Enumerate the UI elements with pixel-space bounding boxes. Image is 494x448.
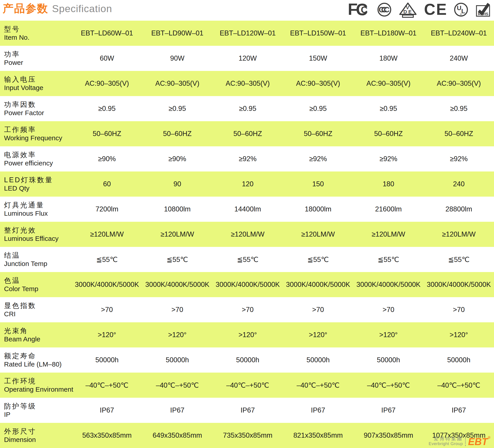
spec-row-junction_temp: 结温Junction Temp≦55℃≦55℃≦55℃≦55℃≦55℃≦55℃ bbox=[0, 247, 494, 272]
row-label-en: Working Frequency bbox=[4, 134, 72, 142]
row-label-en: Beam Angle bbox=[4, 335, 72, 343]
spec-row-color_temp: 色温Color Temp3000K/4000K/5000K3000K/4000K… bbox=[0, 272, 494, 297]
svg-text:C: C bbox=[361, 4, 368, 15]
spec-value-input_voltage-col5: AC:90–305(V) bbox=[353, 71, 424, 96]
row-label-operating_environment: 工作环境Operating Environment bbox=[0, 372, 72, 398]
spec-value-power-col2: 90W bbox=[142, 46, 213, 71]
spec-value-rated_life-col1: 50000h bbox=[72, 347, 142, 372]
spec-value-operating_environment-col3: –40℃–+50℃ bbox=[213, 372, 283, 398]
spec-value-operating_environment-col2: –40℃–+50℃ bbox=[142, 372, 213, 398]
row-label-junction_temp: 结温Junction Temp bbox=[0, 247, 72, 272]
spec-value-ip-col4: IP67 bbox=[283, 398, 353, 423]
spec-row-ip: 防护等级IPIP67IP67IP67IP67IP67IP67 bbox=[0, 398, 494, 423]
spec-value-color_temp-col3: 3000K/4000K/5000K bbox=[213, 272, 283, 297]
row-label-en: Power Factor bbox=[4, 109, 72, 117]
spec-value-cri-col6: >70 bbox=[424, 297, 494, 322]
spec-value-beam_angle-col2: >120° bbox=[142, 322, 213, 347]
svg-text:E: E bbox=[408, 9, 412, 14]
spec-row-luminous_flux: 灯具光通量Luminous Flux7200lm10800lm14400lm18… bbox=[0, 197, 494, 222]
spec-value-luminous_efficacy-col4: ≥120LM/W bbox=[283, 222, 353, 247]
spec-value-junction_temp-col1: ≦55℃ bbox=[72, 247, 142, 272]
row-label-working_frequency: 工作频率Working Frequency bbox=[0, 121, 72, 146]
spec-value-power_efficiency-col2: ≥90% bbox=[142, 146, 213, 171]
spec-value-beam_angle-col5: >120° bbox=[353, 322, 424, 347]
spec-value-operating_environment-col1: –40℃–+50℃ bbox=[72, 372, 142, 398]
row-label-en: Power efficiency bbox=[4, 159, 72, 167]
ul-icon: U L ® bbox=[454, 2, 469, 17]
row-label-en: Luminous Flux bbox=[4, 209, 72, 218]
spec-value-input_voltage-col2: AC:90–305(V) bbox=[142, 71, 213, 96]
spec-value-input_voltage-col4: AC:90–305(V) bbox=[283, 71, 353, 96]
spec-table: 型号Item No.EBT–LD60W–01EBT–LD90W–01EBT–LD… bbox=[0, 21, 494, 448]
spec-value-junction_temp-col6: ≦55℃ bbox=[424, 247, 494, 272]
brand-group-name: 爱博特集團 Everbright Group bbox=[429, 436, 463, 447]
spec-value-led_qty-col4: 150 bbox=[283, 171, 353, 197]
spec-value-working_frequency-col3: 50–60HZ bbox=[213, 121, 283, 146]
spec-value-working_frequency-col1: 50–60HZ bbox=[72, 121, 142, 146]
row-label-beam_angle: 光束角Beam Angle bbox=[0, 322, 72, 347]
row-label-cn: 工作环境 bbox=[4, 377, 72, 385]
spec-value-power_factor-col1: ≥0.95 bbox=[72, 96, 142, 121]
spec-value-power_efficiency-col5: ≥92% bbox=[353, 146, 424, 171]
spec-value-dimension-col3: 735x350x85mm bbox=[213, 423, 283, 448]
spec-value-power_factor-col2: ≥0.95 bbox=[142, 96, 213, 121]
svg-text:D: D bbox=[403, 9, 407, 14]
spec-row-item_no: 型号Item No.EBT–LD60W–01EBT–LD90W–01EBT–LD… bbox=[0, 21, 494, 46]
spec-value-cri-col4: >70 bbox=[283, 297, 353, 322]
spec-value-ip-col3: IP67 bbox=[213, 398, 283, 423]
spec-value-led_qty-col5: 180 bbox=[353, 171, 424, 197]
spec-value-beam_angle-col3: >120° bbox=[213, 322, 283, 347]
spec-value-junction_temp-col2: ≦55℃ bbox=[142, 247, 213, 272]
spec-value-power_efficiency-col6: ≥92% bbox=[424, 146, 494, 171]
spec-value-power_factor-col5: ≥0.95 bbox=[353, 96, 424, 121]
row-label-cri: 显色指数CRI bbox=[0, 297, 72, 322]
row-label-en: LED Qty bbox=[4, 184, 72, 192]
spec-value-working_frequency-col6: 50–60HZ bbox=[424, 121, 494, 146]
spec-row-led_qty: LED灯珠数量LED Qty6090120150180240 bbox=[0, 171, 494, 197]
spec-row-cri: 显色指数CRI>70>70>70>70>70>70 bbox=[0, 297, 494, 322]
spec-value-operating_environment-col6: –40℃–+50℃ bbox=[424, 372, 494, 398]
row-label-en: IP bbox=[4, 410, 72, 419]
spec-value-rated_life-col3: 50000h bbox=[213, 347, 283, 372]
spec-value-power_factor-col6: ≥0.95 bbox=[424, 96, 494, 121]
spec-value-dimension-col2: 649x350x85mm bbox=[142, 423, 213, 448]
spec-value-power-col6: 240W bbox=[424, 46, 494, 71]
spec-value-beam_angle-col6: >120° bbox=[424, 322, 494, 347]
spec-value-power-col3: 120W bbox=[213, 46, 283, 71]
spec-value-led_qty-col1: 60 bbox=[72, 171, 142, 197]
page-header: 产品参数 Specification F C C C C C bbox=[0, 0, 494, 21]
spec-value-working_frequency-col5: 50–60HZ bbox=[353, 121, 424, 146]
row-label-cn: 额定寿命 bbox=[4, 352, 72, 360]
ccc-icon: C C C bbox=[377, 2, 392, 17]
spec-value-dimension-col4: 821x350x85mm bbox=[283, 423, 353, 448]
spec-value-luminous_efficacy-col3: ≥120LM/W bbox=[213, 222, 283, 247]
brand-divider bbox=[465, 436, 466, 446]
row-label-input_voltage: 输入电压Input Voltage bbox=[0, 71, 72, 96]
spec-value-ip-col6: IP67 bbox=[424, 398, 494, 423]
spec-value-operating_environment-col4: –40℃–+50℃ bbox=[283, 372, 353, 398]
spec-value-junction_temp-col4: ≦55℃ bbox=[283, 247, 353, 272]
spec-value-rated_life-col6: 50000h bbox=[424, 347, 494, 372]
svg-text:U: U bbox=[457, 4, 461, 12]
spec-value-cri-col2: >70 bbox=[142, 297, 213, 322]
spec-value-junction_temp-col5: ≦55℃ bbox=[353, 247, 424, 272]
spec-value-ip-col5: IP67 bbox=[353, 398, 424, 423]
row-label-power_efficiency: 电源效率Power efficiency bbox=[0, 146, 72, 171]
spec-value-dimension-col5: 907x350x85mm bbox=[353, 423, 424, 448]
spec-value-ip-col1: IP67 bbox=[72, 398, 142, 423]
spec-value-color_temp-col2: 3000K/4000K/5000K bbox=[142, 272, 213, 297]
spec-value-luminous_efficacy-col6: ≥120LM/W bbox=[424, 222, 494, 247]
row-label-en: Dimension bbox=[4, 436, 72, 444]
spec-value-color_temp-col5: 3000K/4000K/5000K bbox=[353, 272, 424, 297]
spec-value-power-col1: 60W bbox=[72, 46, 142, 71]
row-label-cn: 输入电压 bbox=[4, 75, 72, 84]
spec-value-luminous_efficacy-col2: ≥120LM/W bbox=[142, 222, 213, 247]
svg-text:®: ® bbox=[460, 13, 462, 16]
spec-value-power_efficiency-col1: ≥90% bbox=[72, 146, 142, 171]
row-label-en: CRI bbox=[4, 310, 72, 318]
spec-value-luminous_flux-col2: 10800lm bbox=[142, 197, 213, 222]
row-label-ip: 防护等级IP bbox=[0, 398, 72, 423]
row-label-en: Item No. bbox=[4, 33, 72, 42]
spec-value-item_no-col1: EBT–LD60W–01 bbox=[72, 21, 142, 46]
row-label-luminous_efficacy: 整灯光效Luminous Efficacy bbox=[0, 222, 72, 247]
